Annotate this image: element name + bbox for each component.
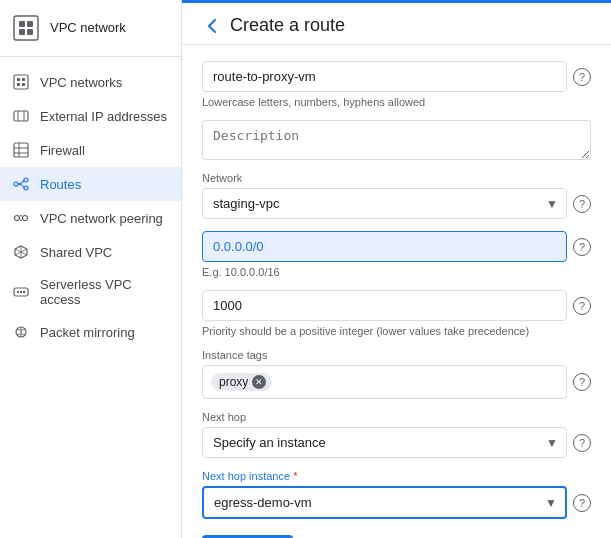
network-group: Network staging-vpc ▼ ? [202,172,591,219]
vpc-networks-icon [12,73,30,91]
svg-point-25 [23,291,25,293]
next-hop-instance-arrow: ▼ [545,496,565,510]
sidebar-item-label: VPC network peering [40,211,163,226]
svg-point-17 [14,182,18,186]
network-row: staging-vpc ▼ ? [202,188,591,219]
svg-rect-3 [19,29,25,35]
svg-rect-4 [27,29,33,35]
name-input[interactable] [202,61,567,92]
sidebar-item-label: Firewall [40,143,85,158]
tags-help-icon[interactable]: ? [573,373,591,391]
next-hop-group: Next hop Specify an instance ▼ ? [202,411,591,458]
svg-rect-7 [22,78,25,81]
svg-rect-1 [19,21,25,27]
destination-help-icon[interactable]: ? [573,238,591,256]
svg-rect-6 [17,78,20,81]
svg-rect-0 [14,16,38,40]
description-group [202,120,591,160]
network-help-icon[interactable]: ? [573,195,591,213]
next-hop-instance-group: Next hop instance * egress-demo-vm ▼ ? [202,470,591,519]
svg-rect-13 [14,143,28,157]
svg-point-20 [15,216,20,221]
vpc-peering-icon [12,209,30,227]
svg-rect-2 [27,21,33,27]
next-hop-instance-wrapper: egress-demo-vm ▼ [202,486,567,519]
next-hop-instance-row: egress-demo-vm ▼ ? [202,486,591,519]
sidebar-item-packet-mirroring[interactable]: Packet mirroring [0,315,181,349]
description-row [202,120,591,160]
next-hop-select[interactable]: Specify an instance [203,428,546,457]
firewall-icon [12,141,30,159]
tag-label: proxy [219,375,248,389]
name-row: ? [202,61,591,92]
main-content: Create a route ? Lowercase letters, numb… [182,0,611,538]
network-select-wrapper: staging-vpc ▼ [202,188,567,219]
svg-rect-5 [14,75,28,89]
instance-tags-row: proxy ✕ ? [202,365,591,399]
svg-point-21 [23,216,28,221]
sidebar-item-shared-vpc[interactable]: Shared VPC [0,235,181,269]
external-ip-icon [12,107,30,125]
name-group: ? Lowercase letters, numbers, hyphens al… [202,61,591,108]
packet-mirroring-icon [12,323,30,341]
proxy-tag: proxy ✕ [211,373,272,391]
sidebar-item-routes[interactable]: Routes [0,167,181,201]
sidebar-title: VPC network [50,20,126,37]
destination-hint: E.g. 10.0.0.0/16 [202,266,591,278]
form-area: ? Lowercase letters, numbers, hyphens al… [182,45,611,538]
priority-hint: Priority should be a positive integer (l… [202,325,591,337]
next-hop-instance-help-icon[interactable]: ? [573,494,591,512]
back-button[interactable] [202,16,222,36]
next-hop-select-wrapper: Specify an instance ▼ [202,427,567,458]
network-label: Network [202,172,591,184]
svg-point-24 [20,291,22,293]
next-hop-label: Next hop [202,411,591,423]
sidebar-item-label: External IP addresses [40,109,167,124]
next-hop-instance-select[interactable]: egress-demo-vm [204,488,545,517]
priority-input[interactable] [202,290,567,321]
svg-rect-10 [14,111,28,121]
priority-row: ? [202,290,591,321]
sidebar-item-vpc-peering[interactable]: VPC network peering [0,201,181,235]
svg-point-18 [24,178,28,182]
svg-rect-9 [22,83,25,86]
destination-input[interactable] [202,231,567,262]
sidebar-header: VPC network [0,0,181,57]
svg-rect-8 [17,83,20,86]
sidebar-item-firewall[interactable]: Firewall [0,133,181,167]
priority-group: ? Priority should be a positive integer … [202,290,591,337]
network-dropdown-arrow: ▼ [546,197,566,211]
svg-point-19 [24,186,28,190]
next-hop-row: Specify an instance ▼ ? [202,427,591,458]
page-title: Create a route [230,15,345,36]
description-input[interactable] [202,120,591,160]
next-hop-instance-label: Next hop instance * [202,470,591,482]
routes-icon [12,175,30,193]
destination-row: ? [202,231,591,262]
sidebar-nav: VPC networks External IP addresses [0,57,181,349]
serverless-vpc-icon [12,283,30,301]
sidebar-item-label: VPC networks [40,75,122,90]
sidebar-item-external-ip[interactable]: External IP addresses [0,99,181,133]
tag-remove-button[interactable]: ✕ [252,375,266,389]
sidebar-item-label: Shared VPC [40,245,112,260]
sidebar-item-vpc-networks[interactable]: VPC networks [0,65,181,99]
topbar: Create a route [182,3,611,45]
instance-tags-label: Instance tags [202,349,591,361]
next-hop-help-icon[interactable]: ? [573,434,591,452]
tags-container[interactable]: proxy ✕ [202,365,567,399]
network-select[interactable]: staging-vpc [203,189,546,218]
destination-group: ? E.g. 10.0.0.0/16 [202,231,591,278]
vpc-logo [12,14,40,42]
name-hint: Lowercase letters, numbers, hyphens allo… [202,96,591,108]
sidebar-item-label: Serverless VPC access [40,277,169,307]
priority-help-icon[interactable]: ? [573,297,591,315]
sidebar-item-serverless-vpc[interactable]: Serverless VPC access [0,269,181,315]
next-hop-dropdown-arrow: ▼ [546,436,566,450]
name-help-icon[interactable]: ? [573,68,591,86]
shared-vpc-icon [12,243,30,261]
instance-tags-group: Instance tags proxy ✕ ? [202,349,591,399]
sidebar-item-label: Routes [40,177,81,192]
svg-point-23 [17,291,19,293]
sidebar-item-label: Packet mirroring [40,325,135,340]
